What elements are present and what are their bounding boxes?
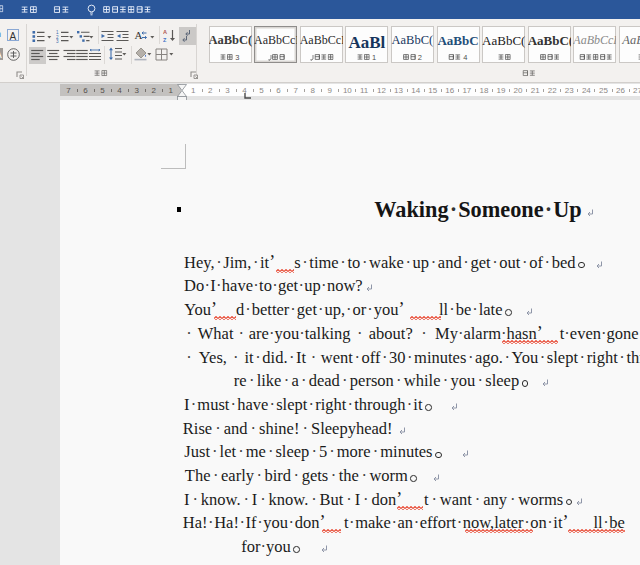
svg-text:A: A <box>10 30 17 41</box>
svg-text:A: A <box>135 29 143 41</box>
svg-text:Z: Z <box>163 37 167 42</box>
svg-text:A: A <box>163 29 167 35</box>
svg-text:3: 3 <box>56 39 59 43</box>
svg-text:in: in <box>0 29 1 39</box>
